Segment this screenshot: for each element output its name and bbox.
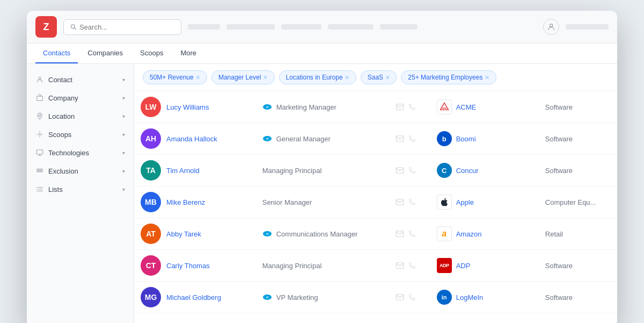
- filter-revenue[interactable]: 50M+ Revenue ×: [143, 70, 207, 84]
- contact-icons-cell-4: [389, 218, 430, 250]
- phone-icon-5[interactable]: [408, 262, 416, 269]
- sidebar-item-lists-left: Lists: [35, 185, 63, 193]
- filter-manager-level[interactable]: Manager Level ×: [211, 70, 275, 84]
- sidebar-technologies-label: Technologies: [48, 149, 89, 157]
- sidebar-item-scoops-left: Scoops: [35, 130, 71, 139]
- company-name-6[interactable]: LogMeIn: [456, 293, 484, 302]
- sidebar-item-company[interactable]: Company ▾: [27, 89, 134, 107]
- phone-icon-0[interactable]: [408, 103, 416, 111]
- nav-more[interactable]: More: [173, 44, 204, 63]
- email-icon-5[interactable]: [396, 262, 404, 269]
- sidebar-exclusion-label: Exclusion: [48, 167, 78, 175]
- company-name-4[interactable]: Amazon: [456, 230, 482, 238]
- avatar-0: LW: [141, 97, 161, 117]
- sidebar: Contact ▾ Company ▾: [27, 64, 134, 323]
- person-name-5[interactable]: Carly Thomas: [166, 262, 210, 270]
- job-title-3: Senior Manager: [262, 198, 312, 206]
- company-name-3[interactable]: Apple: [456, 198, 474, 206]
- filter-saas[interactable]: SaaS ×: [361, 70, 397, 84]
- phone-icon-1[interactable]: [408, 135, 416, 142]
- person-cell-4: AT Abby Tarek: [134, 218, 256, 250]
- svg-point-3: [39, 77, 41, 80]
- person-name-4[interactable]: Abby Tarek: [166, 230, 201, 238]
- filter-manager-remove[interactable]: ×: [263, 74, 267, 81]
- contact-icons-cell-2: [389, 155, 430, 186]
- svg-rect-24: [397, 199, 404, 205]
- filter-locations-remove[interactable]: ×: [345, 74, 349, 81]
- svg-rect-4: [37, 96, 43, 101]
- company-name-2[interactable]: Concur: [456, 167, 479, 175]
- sidebar-lists-label: Lists: [48, 185, 63, 193]
- email-icon-1[interactable]: [396, 135, 404, 142]
- person-name-3[interactable]: Mike Berenz: [166, 198, 205, 206]
- phone-icon-2[interactable]: [408, 167, 416, 174]
- avatar-3: MB: [141, 192, 161, 212]
- filter-marketing-employees[interactable]: 25+ Marketing Employees ×: [401, 70, 496, 84]
- company-logo-0: [437, 99, 452, 114]
- search-input[interactable]: [79, 23, 174, 31]
- svg-rect-18: [397, 104, 404, 110]
- phone-icon-6[interactable]: [408, 293, 416, 301]
- email-icon-0[interactable]: [396, 104, 404, 110]
- email-icon-2[interactable]: [396, 167, 404, 174]
- app-logo[interactable]: Z: [35, 16, 57, 38]
- company-cell-0: ACME: [430, 91, 539, 123]
- company-logo-5: ADP: [437, 258, 452, 273]
- company-cell-1: b Boomi: [430, 123, 539, 155]
- title-cell-4: sf Communications Manager: [256, 218, 390, 250]
- exclusion-chevron: ▾: [122, 168, 125, 174]
- user-menu[interactable]: [543, 19, 559, 35]
- main-layout: Contact ▾ Company ▾: [27, 64, 617, 323]
- search-bar[interactable]: [63, 19, 181, 35]
- svg-text:sf: sf: [266, 232, 268, 235]
- title-cell-2: Managing Principal: [256, 155, 390, 186]
- acme-logo-icon: [440, 102, 449, 112]
- sidebar-item-contact[interactable]: Contact ▾: [27, 70, 134, 89]
- sidebar-item-location[interactable]: Location ▾: [27, 107, 134, 125]
- email-icon-3[interactable]: [396, 199, 404, 205]
- filter-saas-remove[interactable]: ×: [385, 74, 390, 81]
- company-icon: [35, 94, 44, 102]
- sidebar-item-technologies[interactable]: Technologies ▾: [27, 143, 134, 162]
- table-row: AH Amanda Hallock sf General Manager: [134, 123, 617, 155]
- nav-scoops[interactable]: Scoops: [133, 44, 171, 63]
- person-name-1[interactable]: Amanda Hallock: [166, 135, 217, 143]
- svg-rect-28: [397, 263, 404, 269]
- filter-revenue-remove[interactable]: ×: [196, 74, 200, 81]
- email-icon-4[interactable]: [396, 231, 404, 237]
- lists-chevron: ▾: [122, 186, 125, 192]
- svg-rect-27: [397, 231, 404, 237]
- person-name-0[interactable]: Lucy Williams: [166, 103, 209, 111]
- phone-icon-3[interactable]: [408, 198, 416, 206]
- nav-companies[interactable]: Companies: [80, 44, 130, 63]
- person-name-2[interactable]: Tim Arnold: [166, 167, 200, 175]
- industry-cell-3: Computer Equ...: [539, 186, 617, 218]
- sidebar-company-label: Company: [48, 94, 78, 102]
- contacts-table: LW Lucy Williams sf Marketing Manager: [134, 91, 617, 313]
- filter-locations-europe[interactable]: Locations in Europe ×: [279, 70, 356, 84]
- email-icon-6[interactable]: [396, 294, 404, 300]
- salesforce-icon-4: sf: [262, 231, 272, 237]
- sidebar-scoops-label: Scoops: [48, 131, 71, 139]
- company-name-0[interactable]: ACME: [456, 103, 477, 111]
- company-name-1[interactable]: Boomi: [456, 135, 476, 143]
- svg-point-14: [36, 189, 38, 190]
- svg-point-15: [36, 191, 38, 192]
- top-spacers: [188, 24, 537, 30]
- person-cell-1: AH Amanda Hallock: [134, 123, 256, 155]
- contact-icons-cell-1: [389, 123, 430, 155]
- company-name-5[interactable]: ADP: [456, 262, 471, 270]
- nav-contacts[interactable]: Contacts: [35, 44, 78, 63]
- person-name-6[interactable]: Michael Goldberg: [166, 293, 221, 302]
- phone-icon-4[interactable]: [408, 230, 416, 238]
- title-cell-0: sf Marketing Manager: [256, 91, 390, 123]
- sidebar-item-scoops[interactable]: Scoops ▾: [27, 125, 134, 143]
- industry-cell-0: Software: [539, 91, 617, 123]
- sidebar-item-exclusion[interactable]: Exclusion ▾: [27, 162, 134, 180]
- svg-rect-7: [36, 150, 43, 154]
- technologies-chevron: ▾: [122, 150, 125, 156]
- top-bar: Z: [27, 11, 617, 44]
- table-row: TA Tim Arnold Managing Principal: [134, 155, 617, 186]
- sidebar-item-lists[interactable]: Lists ▾: [27, 180, 134, 198]
- filter-marketing-remove[interactable]: ×: [485, 74, 489, 81]
